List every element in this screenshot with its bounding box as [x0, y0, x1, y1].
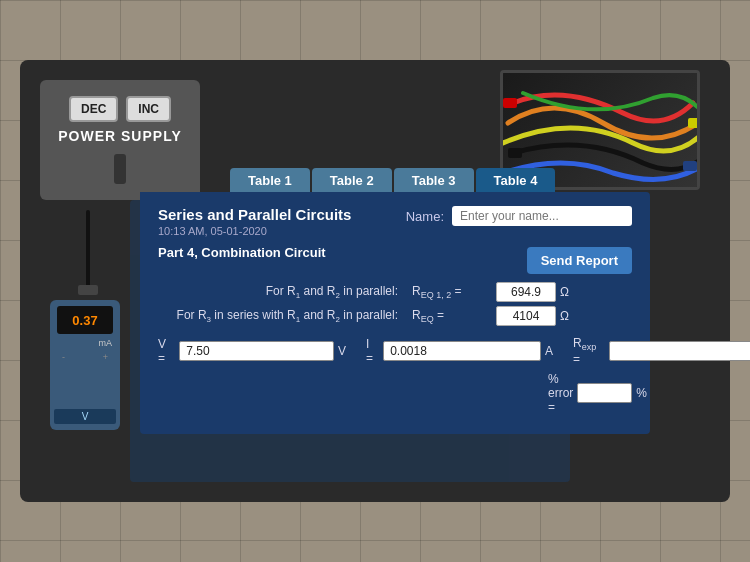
wire-connector	[78, 285, 98, 295]
name-label: Name:	[406, 209, 444, 224]
multimeter-plus: +	[103, 352, 112, 362]
multimeter-unit: mA	[99, 338, 117, 348]
req-value: 4104	[496, 306, 556, 326]
voltage-input[interactable]	[179, 341, 334, 361]
power-supply-label: POWER SUPPLY	[58, 128, 182, 144]
req-label: REQ =	[412, 308, 492, 324]
multimeter-minus: -	[58, 352, 65, 362]
percent-error-label: % error =	[548, 372, 573, 414]
main-panel: Series and Parallel Circuits 10:13 AM, 0…	[140, 192, 650, 434]
rexp-input[interactable]	[609, 341, 750, 361]
svg-rect-2	[508, 148, 522, 158]
formula-text-2: For R3 in series with R1 and R2 in paral…	[158, 308, 398, 324]
tab-table-2[interactable]: Table 2	[312, 168, 392, 193]
svg-rect-0	[503, 98, 517, 108]
dec-button[interactable]: DEC	[69, 96, 118, 122]
rexp-group: Rexp = Ω	[573, 336, 750, 366]
power-supply: DEC INC POWER SUPPLY	[40, 80, 200, 200]
formula-text-1: For R1 and R2 in parallel:	[158, 284, 398, 300]
current-label: I =	[366, 337, 379, 365]
ps-button-group: DEC INC	[69, 96, 171, 122]
voltage-unit: V	[338, 344, 346, 358]
tabs-container: Table 1 Table 2 Table 3 Table 4	[230, 168, 557, 193]
tab-table-1[interactable]: Table 1	[230, 168, 310, 193]
inc-button[interactable]: INC	[126, 96, 171, 122]
req-1-2-value: 694.9	[496, 282, 556, 302]
svg-rect-1	[688, 118, 700, 128]
multimeter: 0.37 mA - + V	[50, 300, 120, 430]
multimeter-display: 0.37	[57, 306, 113, 334]
rexp-label: Rexp =	[573, 336, 605, 366]
ps-plug	[114, 154, 126, 184]
formula-row-1: For R1 and R2 in parallel: REQ 1, 2 = 69…	[158, 282, 632, 302]
current-group: I = A	[366, 337, 553, 365]
req-unit: Ω	[560, 309, 569, 323]
svg-rect-3	[683, 161, 697, 171]
send-report-button[interactable]: Send Report	[527, 247, 632, 274]
percent-error-input[interactable]	[577, 383, 632, 403]
req-1-2-label: REQ 1, 2 =	[412, 284, 492, 300]
panel-title-group: Series and Parallel Circuits 10:13 AM, 0…	[158, 206, 351, 237]
panel-header: Series and Parallel Circuits 10:13 AM, 0…	[158, 206, 632, 237]
formula-row-2: For R3 in series with R1 and R2 in paral…	[158, 306, 632, 326]
current-unit: A	[545, 344, 553, 358]
req-1-2-unit: Ω	[560, 285, 569, 299]
multimeter-v-label: V	[54, 409, 116, 424]
name-row: Name:	[406, 206, 632, 226]
voltage-group: V = V	[158, 337, 346, 365]
percent-error-row: % error = %	[548, 372, 632, 414]
percent-error-unit: %	[636, 386, 647, 400]
panel-title: Series and Parallel Circuits	[158, 206, 351, 223]
current-input[interactable]	[383, 341, 541, 361]
tab-table-3[interactable]: Table 3	[394, 168, 474, 193]
panel-date: 10:13 AM, 05-01-2020	[158, 225, 351, 237]
part-label: Part 4, Combination Circuit	[158, 245, 326, 260]
voltage-label: V =	[158, 337, 175, 365]
wire-plug	[86, 210, 90, 290]
name-input[interactable]	[452, 206, 632, 226]
measurements-row: V = V I = A Rexp = Ω	[158, 336, 632, 366]
tab-table-4[interactable]: Table 4	[476, 168, 556, 193]
